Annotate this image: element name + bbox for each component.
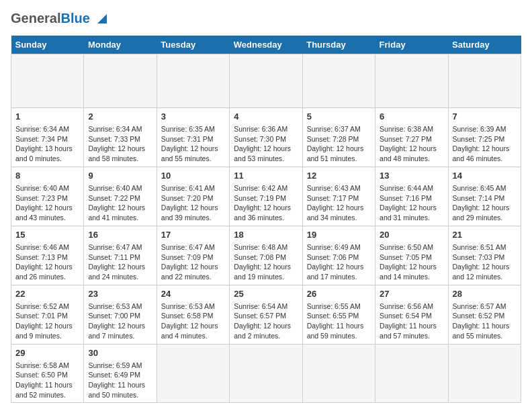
daylight-text: Daylight: 12 hours and 17 minutes.	[307, 263, 364, 281]
sunrise-text: Sunrise: 6:42 AM	[234, 184, 287, 192]
calendar-week-row: 8Sunrise: 6:40 AMSunset: 7:23 PMDaylight…	[11, 167, 521, 226]
sunset-text: Sunset: 7:22 PM	[88, 194, 140, 202]
day-number: 26	[307, 288, 371, 300]
day-number: 12	[307, 170, 371, 182]
day-number: 1	[15, 111, 79, 123]
day-number: 17	[161, 229, 225, 241]
sunrise-text: Sunrise: 6:49 AM	[307, 243, 361, 251]
calendar-cell	[448, 344, 521, 403]
column-header-monday: Monday	[84, 36, 157, 54]
calendar-cell: 28Sunrise: 6:57 AMSunset: 6:52 PMDayligh…	[448, 285, 521, 344]
calendar-week-row: 15Sunrise: 6:46 AMSunset: 7:13 PMDayligh…	[11, 226, 521, 285]
calendar-week-row	[11, 54, 521, 107]
calendar-cell: 27Sunrise: 6:56 AMSunset: 6:54 PMDayligh…	[375, 285, 448, 344]
logo-general: General	[11, 11, 60, 26]
calendar-cell	[375, 54, 448, 107]
svg-marker-0	[97, 14, 107, 24]
sunset-text: Sunset: 7:23 PM	[15, 194, 68, 202]
calendar-cell	[230, 344, 302, 403]
column-header-sunday: Sunday	[11, 36, 84, 54]
logo-blue: Blue	[60, 11, 89, 26]
calendar-cell	[11, 54, 84, 107]
sunset-text: Sunset: 7:01 PM	[15, 312, 68, 320]
calendar-week-row: 1Sunrise: 6:34 AMSunset: 7:34 PMDaylight…	[11, 107, 521, 167]
calendar-cell: 14Sunrise: 6:45 AMSunset: 7:14 PMDayligh…	[448, 167, 521, 226]
day-number: 21	[453, 229, 517, 241]
sunset-text: Sunset: 7:11 PM	[88, 253, 140, 261]
daylight-text: Daylight: 12 hours and 12 minutes.	[453, 263, 510, 281]
day-number: 7	[453, 111, 517, 123]
sunrise-text: Sunrise: 6:34 AM	[88, 125, 142, 133]
day-number: 14	[453, 170, 517, 182]
calendar-cell: 12Sunrise: 6:43 AMSunset: 7:17 PMDayligh…	[302, 167, 375, 226]
calendar-cell	[375, 344, 448, 403]
calendar-cell	[157, 54, 229, 107]
sunrise-text: Sunrise: 6:47 AM	[161, 243, 215, 251]
sunset-text: Sunset: 7:28 PM	[307, 135, 359, 143]
calendar-header-row: SundayMondayTuesdayWednesdayThursdayFrid…	[11, 36, 521, 54]
day-number: 13	[380, 170, 443, 182]
day-number: 10	[161, 170, 225, 182]
daylight-text: Daylight: 12 hours and 41 minutes.	[88, 203, 145, 222]
calendar-cell: 17Sunrise: 6:47 AMSunset: 7:09 PMDayligh…	[157, 226, 229, 285]
calendar-cell: 23Sunrise: 6:53 AMSunset: 7:00 PMDayligh…	[84, 285, 157, 344]
sunrise-text: Sunrise: 6:45 AM	[453, 184, 506, 192]
calendar-cell: 26Sunrise: 6:55 AMSunset: 6:55 PMDayligh…	[302, 285, 375, 344]
day-number: 5	[307, 111, 371, 123]
logo-text: GeneralBlue	[11, 11, 109, 29]
sunset-text: Sunset: 7:03 PM	[453, 253, 505, 261]
daylight-text: Daylight: 11 hours and 52 minutes.	[15, 381, 73, 399]
calendar-cell: 19Sunrise: 6:49 AMSunset: 7:06 PMDayligh…	[302, 226, 375, 285]
calendar-cell: 9Sunrise: 6:40 AMSunset: 7:22 PMDaylight…	[84, 167, 157, 226]
sunset-text: Sunset: 7:30 PM	[234, 135, 286, 143]
calendar-cell	[302, 54, 375, 107]
sunrise-text: Sunrise: 6:55 AM	[307, 302, 361, 310]
sunrise-text: Sunrise: 6:53 AM	[88, 302, 142, 310]
sunset-text: Sunset: 7:17 PM	[307, 194, 359, 202]
calendar-cell: 24Sunrise: 6:53 AMSunset: 6:58 PMDayligh…	[157, 285, 229, 344]
sunset-text: Sunset: 7:31 PM	[161, 135, 214, 143]
sunset-text: Sunset: 7:34 PM	[15, 135, 68, 143]
daylight-text: Daylight: 12 hours and 58 minutes.	[88, 144, 145, 163]
day-number: 20	[380, 229, 443, 241]
daylight-text: Daylight: 11 hours and 55 minutes.	[453, 322, 510, 340]
daylight-text: Daylight: 12 hours and 48 minutes.	[380, 144, 437, 163]
day-number: 18	[234, 229, 298, 241]
calendar-cell: 6Sunrise: 6:38 AMSunset: 7:27 PMDaylight…	[375, 107, 448, 167]
sunset-text: Sunset: 7:25 PM	[453, 135, 505, 143]
calendar-cell: 25Sunrise: 6:54 AMSunset: 6:57 PMDayligh…	[230, 285, 302, 344]
calendar-cell: 3Sunrise: 6:35 AMSunset: 7:31 PMDaylight…	[157, 107, 229, 167]
sunrise-text: Sunrise: 6:38 AM	[380, 125, 433, 133]
calendar-cell: 1Sunrise: 6:34 AMSunset: 7:34 PMDaylight…	[11, 107, 84, 167]
page-header: GeneralBlue	[11, 11, 521, 29]
calendar-cell: 7Sunrise: 6:39 AMSunset: 7:25 PMDaylight…	[448, 107, 521, 167]
day-number: 23	[88, 288, 152, 300]
daylight-text: Daylight: 12 hours and 53 minutes.	[234, 144, 291, 163]
sunrise-text: Sunrise: 6:47 AM	[88, 243, 142, 251]
day-number: 11	[234, 170, 298, 182]
sunrise-text: Sunrise: 6:39 AM	[453, 125, 506, 133]
sunset-text: Sunset: 7:13 PM	[15, 253, 68, 261]
calendar-table: SundayMondayTuesdayWednesdayThursdayFrid…	[11, 36, 521, 404]
day-number: 4	[234, 111, 298, 123]
sunset-text: Sunset: 6:52 PM	[453, 312, 505, 320]
sunrise-text: Sunrise: 6:40 AM	[15, 184, 69, 192]
day-number: 2	[88, 111, 152, 123]
sunrise-text: Sunrise: 6:52 AM	[15, 302, 69, 310]
sunrise-text: Sunrise: 6:57 AM	[453, 302, 506, 310]
daylight-text: Daylight: 12 hours and 39 minutes.	[161, 203, 218, 222]
sunrise-text: Sunrise: 6:36 AM	[234, 125, 287, 133]
daylight-text: Daylight: 12 hours and 31 minutes.	[380, 203, 437, 222]
daylight-text: Daylight: 12 hours and 2 minutes.	[234, 322, 291, 340]
sunset-text: Sunset: 7:16 PM	[380, 194, 432, 202]
day-number: 6	[380, 111, 443, 123]
calendar-cell: 10Sunrise: 6:41 AMSunset: 7:20 PMDayligh…	[157, 167, 229, 226]
sunrise-text: Sunrise: 6:41 AM	[161, 184, 215, 192]
column-header-wednesday: Wednesday	[230, 36, 302, 54]
day-number: 22	[15, 288, 79, 300]
daylight-text: Daylight: 12 hours and 22 minutes.	[161, 263, 218, 281]
sunset-text: Sunset: 7:14 PM	[453, 194, 505, 202]
daylight-text: Daylight: 12 hours and 24 minutes.	[88, 263, 145, 281]
sunset-text: Sunset: 6:55 PM	[307, 312, 359, 320]
column-header-thursday: Thursday	[302, 36, 375, 54]
